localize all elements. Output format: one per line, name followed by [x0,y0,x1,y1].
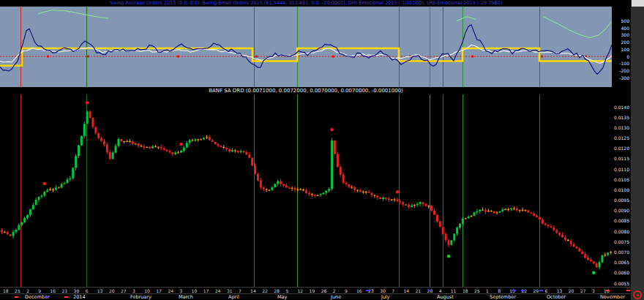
date-tick: 3 [132,288,135,293]
scrollbar-top-button[interactable] [632,0,644,7]
session-mark [521,290,525,291]
date-tick: 17 [203,288,209,293]
price-axis-label: 0.0135 [614,115,629,120]
indicator-panel-title: Swing Average Orders 2015 (0.0, 0.0), Sw… [0,0,612,7]
session-mark [64,296,68,298]
month-label: February [130,295,151,300]
price-axis-label: 0.0090 [614,208,629,213]
date-tick: 16 [50,288,56,293]
price-axis-label: 0.0115 [614,156,629,161]
session-mark [44,296,48,298]
value-axis: 5004003002001000-100-200-3000.01400.0135… [612,0,631,300]
date-tick: 7 [392,288,394,293]
indicator-axis-label: 100 [621,47,629,52]
month-label: March [179,295,193,300]
price-axis-label: 0.0100 [614,187,629,192]
month-label: July [381,295,390,300]
date-tick: 10 [144,288,150,293]
date-tick: 24 [168,288,173,293]
date-tick: 5 [285,288,288,293]
date-tick: 1 [486,288,489,293]
date-tick: 12 [298,288,304,293]
month-label: 2014 [73,295,86,300]
date-tick: 4 [439,288,442,293]
date-tick: 31 [227,288,233,293]
date-tick: 6 [86,288,89,293]
indicator-axis-label: 400 [621,26,629,31]
price-axis-label: 0.0130 [614,125,629,130]
date-tick: 25 [15,288,20,293]
date-tick: 20 [569,288,574,293]
date-tick: 9 [345,288,348,293]
date-tick: 22 [262,288,268,293]
date-tick: 17 [156,288,162,293]
indicator-axis-label: 200 [621,40,629,45]
date-tick: 13 [557,288,563,293]
session-mark [366,290,370,291]
date-tick: 27 [121,288,127,293]
month-label: June [331,295,341,300]
date-tick: 2 [333,288,336,293]
date-tick: 14 [250,288,256,293]
session-mark [428,290,432,291]
date-tick: 2 [26,288,29,293]
session-mark [539,290,543,291]
month-label: August [437,295,454,300]
price-axis-label: 0.0140 [614,105,629,110]
indicator-axis-label: -200 [619,68,629,73]
date-tick: 10 [192,288,198,293]
indicator-chart-canvas[interactable] [0,7,612,87]
date-axis: 1825291623306132027310172431017243171422… [0,287,631,293]
date-tick: 20 [109,288,115,293]
date-tick: 30 [74,288,80,293]
price-chart-canvas[interactable] [0,94,612,287]
indicator-axis-label: 300 [621,32,629,37]
session-mark [15,296,18,298]
date-tick: 8 [498,288,501,293]
date-tick: 13 [97,288,103,293]
month-label: September [490,295,516,300]
date-tick: 6 [545,288,548,293]
session-mark [512,290,516,291]
price-axis-label: 0.0055 [614,281,629,286]
price-axis-label: 0.0065 [614,260,629,265]
month-label: November [600,295,625,300]
date-tick: 11 [451,288,457,293]
price-axis-label: 0.0110 [614,167,629,172]
session-mark [606,290,610,291]
date-tick: 24 [215,288,221,293]
date-tick: 14 [403,288,409,293]
price-axis-label: 0.0095 [614,198,629,203]
indicator-axis-label: -100 [619,61,629,66]
session-mark [626,290,630,291]
date-tick: 3 [592,288,595,293]
price-axis-label: 0.0075 [614,239,629,244]
price-axis-label: 0.0070 [614,250,629,255]
indicator-axis-label: 500 [621,18,629,23]
date-tick: 19 [310,288,315,293]
date-tick: 16 [356,288,362,293]
month-label: October [547,295,566,300]
price-axis-label: 0.0085 [614,218,629,223]
date-tick: 28 [274,288,280,293]
price-axis-label: 0.0105 [614,177,629,182]
date-tick: 18 [3,288,9,293]
date-tick: 27 [580,288,586,293]
stop-record-icon[interactable] [633,290,642,299]
date-tick: 9 [38,288,41,293]
trading-terminal-window: Swing Average Orders 2015 (0.0, 0.0), Sw… [0,0,644,300]
date-tick: 30 [380,288,386,293]
month-label: May [277,295,287,300]
date-tick: 3 [180,288,183,293]
price-axis-label: 0.0060 [614,270,629,275]
date-tick: 29 [533,288,539,293]
date-tick: 7 [239,288,242,293]
indicator-axis-label: 0 [626,54,629,59]
month-label: April [228,295,239,300]
price-axis-label: 0.0125 [614,135,629,140]
price-axis-label: 0.0080 [614,229,629,234]
price-panel-title: BANF SA ORD (0.0071000, 0.0072000, 0.007… [0,87,612,94]
vertical-scrollbar[interactable] [631,0,644,300]
date-tick: 25 [474,288,480,293]
date-tick: 21 [416,288,422,293]
